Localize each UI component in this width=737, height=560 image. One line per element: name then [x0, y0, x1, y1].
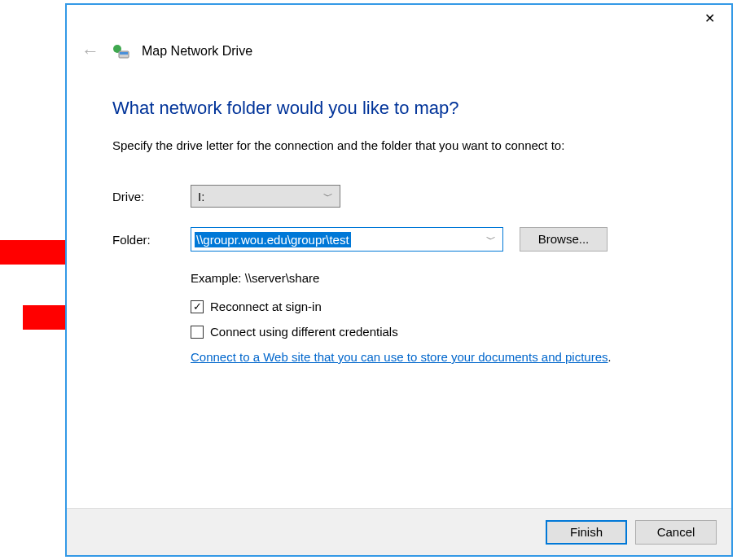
reconnect-checkbox-row: ✓ Reconnect at sign-in: [191, 300, 686, 313]
diffcreds-checkbox[interactable]: [191, 326, 204, 339]
reconnect-checkbox[interactable]: ✓: [191, 300, 204, 313]
titlebar: ✕: [67, 5, 731, 33]
header: ← Map Network Drive: [67, 33, 731, 65]
folder-input[interactable]: \\groupr.wou.edu\groupr\test: [195, 233, 486, 247]
chevron-down-icon[interactable]: ﹀: [486, 233, 496, 247]
drive-select[interactable]: I: ﹀: [191, 185, 340, 208]
drive-label: Drive:: [112, 190, 191, 203]
network-drive-icon: [111, 42, 130, 61]
dialog-footer: Finish Cancel: [67, 508, 731, 555]
dialog-title: Map Network Drive: [142, 44, 252, 59]
diffcreds-checkbox-row: Connect using different credentials: [191, 325, 686, 339]
back-arrow-icon: ←: [81, 41, 99, 62]
folder-combobox[interactable]: \\groupr.wou.edu\groupr\test ﹀: [191, 227, 503, 252]
drive-row: Drive: I: ﹀: [112, 185, 686, 208]
finish-button[interactable]: Finish: [546, 520, 627, 545]
example-text: Example: \\server\share: [191, 271, 686, 285]
close-icon[interactable]: ✕: [698, 9, 722, 28]
map-network-drive-dialog: ✕ ← Map Network Drive What network folde…: [65, 3, 733, 557]
instruction-text: Specify the drive letter for the connect…: [112, 138, 686, 152]
folder-label: Folder:: [112, 233, 191, 247]
cancel-button[interactable]: Cancel: [635, 520, 717, 545]
browse-button[interactable]: Browse...: [520, 227, 608, 252]
chevron-down-icon: ﹀: [323, 190, 333, 203]
diffcreds-label: Connect using different credentials: [210, 325, 398, 339]
folder-row: Folder: \\groupr.wou.edu\groupr\test ﹀ B…: [112, 227, 686, 252]
drive-value: I:: [198, 190, 204, 203]
reconnect-label: Reconnect at sign-in: [210, 300, 322, 313]
page-heading: What network folder would you like to ma…: [112, 98, 686, 119]
webstore-link[interactable]: Connect to a Web site that you can use t…: [191, 350, 608, 364]
svg-rect-2: [120, 52, 128, 55]
